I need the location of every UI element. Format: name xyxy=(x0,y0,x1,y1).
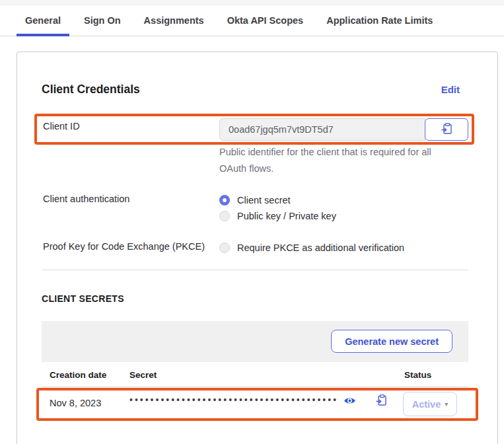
generate-new-secret-button[interactable]: Generate new secret xyxy=(331,330,452,353)
pkce-label: Proof Key for Code Exchange (PKCE) xyxy=(43,241,205,252)
status-dropdown[interactable]: Active ▾ xyxy=(403,392,457,416)
tab-okta-api-scopes[interactable]: Okta API Scopes xyxy=(219,5,312,36)
client-authentication-options: Client secret Public key / Private key xyxy=(219,192,336,224)
status-value: Active xyxy=(412,399,441,410)
client-id-group xyxy=(219,118,468,141)
client-credentials-card: Client Credentials Edit Client ID Public… xyxy=(17,52,498,444)
radio-option-public-private-key[interactable]: Public key / Private key xyxy=(219,208,336,224)
client-id-label: Client ID xyxy=(43,121,80,131)
pkce-option-label: Require PKCE as additional verification xyxy=(237,242,404,253)
column-header-secret: Secret xyxy=(129,370,157,380)
tab-assignments[interactable]: Assignments xyxy=(135,5,213,36)
client-id-field[interactable] xyxy=(219,118,425,141)
section-title: Client Credentials xyxy=(42,83,140,96)
tab-general[interactable]: General xyxy=(17,5,69,36)
table-header-border xyxy=(42,387,468,387)
client-secrets-title: CLIENT SECRETS xyxy=(42,293,124,304)
column-header-creation-date: Creation date xyxy=(50,370,106,380)
chevron-down-icon: ▾ xyxy=(445,401,448,408)
copy-secret-button[interactable] xyxy=(375,394,388,409)
radio-option-label: Client secret xyxy=(237,195,291,205)
client-id-help-text: Public identifier for the client that is… xyxy=(219,144,434,177)
pkce-option[interactable]: Require PKCE as additional verification xyxy=(219,240,404,256)
app-screen: General Sign On Assignments Okta API Sco… xyxy=(0,0,504,444)
secret-creation-date: Nov 8, 2023 xyxy=(50,398,101,408)
window-top-strip xyxy=(0,0,504,5)
masked-secret-value: •••••••••••••••••••••••••••••••••••••••• xyxy=(129,394,338,405)
radio-unselected-icon[interactable] xyxy=(219,211,230,221)
tab-bar: General Sign On Assignments Okta API Sco… xyxy=(0,5,504,36)
checkbox-unchecked-icon[interactable] xyxy=(219,242,230,253)
clipboard-copy-icon xyxy=(441,122,453,137)
clipboard-copy-icon xyxy=(375,397,388,408)
edit-link[interactable]: Edit xyxy=(441,84,460,95)
radio-option-label: Public key / Private key xyxy=(237,211,336,221)
section-divider xyxy=(42,270,468,270)
reveal-secret-button[interactable] xyxy=(343,394,356,410)
tab-sign-on[interactable]: Sign On xyxy=(75,5,129,36)
tab-application-rate-limits[interactable]: Application Rate Limits xyxy=(318,5,441,36)
eye-icon xyxy=(343,398,356,409)
client-secrets-toolbar: Generate new secret xyxy=(42,321,468,362)
copy-client-id-button[interactable] xyxy=(425,118,468,141)
client-authentication-label: Client authentication xyxy=(43,194,129,204)
column-header-status: Status xyxy=(404,370,431,380)
radio-selected-icon[interactable] xyxy=(219,195,230,205)
radio-option-client-secret[interactable]: Client secret xyxy=(219,192,336,208)
